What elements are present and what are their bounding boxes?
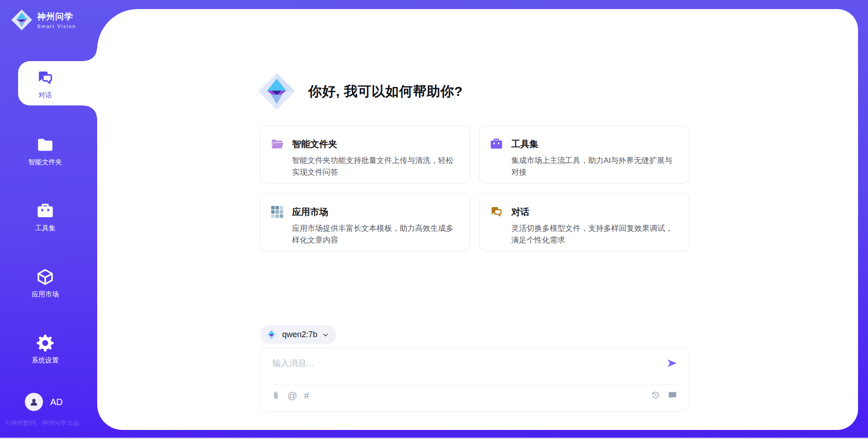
card-description: 应用市场提供丰富长文本模板，助力高效生成多样化文章内容 [292,223,458,246]
mention-icon[interactable]: @ [288,391,297,400]
sidebar-item-label: 工具集 [35,224,56,233]
briefcase-icon [36,202,54,220]
model-name: qwen2:7b [282,330,317,339]
model-selector[interactable]: qwen2:7b [260,325,336,344]
brand-subtitle: Smart Vision [37,24,76,29]
send-icon[interactable] [666,357,678,369]
copyright-footer: ©神州数码 · 神州问学出品 [6,419,80,427]
sidebar-item-settings[interactable]: 系统设置 [11,328,79,371]
sidebar-item-toolset[interactable]: 工具集 [11,196,79,239]
attachment-icon[interactable] [271,391,281,400]
composer: @ # [260,348,689,412]
card-title: 工具集 [511,138,538,150]
user-account[interactable]: AD [25,393,63,411]
sidebar-item-label: 应用市场 [32,290,59,299]
greeting: 你好, 我可以如何帮助你? [258,72,463,110]
hashtag-icon[interactable]: # [304,391,309,400]
sidebar-item-smart-folder[interactable]: 智能文件夹 [11,129,79,173]
card-title: 智能文件夹 [292,138,337,150]
cube-icon [36,268,54,286]
card-chat[interactable]: 对话 灵活切换多模型文件，支持多样回复效果调试，满足个性化需求 [479,193,689,251]
briefcase-icon [490,137,503,151]
brand-logo-icon [11,9,33,31]
card-app-market[interactable]: 应用市场 应用市场提供丰富长文本模板，助力高效生成多样化文章内容 [260,193,470,251]
chevron-down-icon [322,331,329,339]
person-icon [28,396,39,407]
brand-name: 神州问学 [37,11,76,23]
card-description: 集成市场上主流工具，助力AI与外界无缝扩展与对接 [511,155,677,178]
brand: 神州问学 Smart Vision [11,9,76,31]
chat-icon [490,205,503,219]
card-description: 灵活切换多模型文件，支持多样回复效果调试，满足个性化需求 [511,223,677,246]
sidebar-item-chat[interactable]: 对话 [11,62,79,106]
sidebar-item-label: 对话 [38,91,52,100]
history-icon[interactable] [651,391,660,400]
message-input[interactable] [272,354,652,372]
card-title: 对话 [511,206,529,218]
sidebar-item-label: 系统设置 [32,356,59,365]
feedback-bubble-icon[interactable] [668,391,677,400]
grid-icon [270,205,284,219]
card-toolset[interactable]: 工具集 集成市场上主流工具，助力AI与外界无缝扩展与对接 [479,125,689,183]
composer-divider [272,384,677,385]
folder-icon [36,136,54,154]
chat-icon [36,69,54,87]
model-logo-icon [265,329,278,341]
avatar [25,393,43,411]
card-description: 智能文件夹功能支持批量文件上传与清洗，轻松实现文件问答 [292,155,458,178]
card-title: 应用市场 [292,206,328,218]
sidebar-item-app-market[interactable]: 应用市场 [11,262,79,305]
gear-icon [36,334,54,352]
user-name: AD [50,397,63,407]
assistant-logo-icon [258,72,296,110]
tab-fillet-bottom [85,105,97,118]
tab-fillet-top [85,48,97,61]
card-smart-folder[interactable]: 智能文件夹 智能文件夹功能支持批量文件上传与清洗，轻松实现文件问答 [260,125,470,183]
sidebar-item-label: 智能文件夹 [28,158,62,167]
greeting-text: 你好, 我可以如何帮助你? [308,82,463,101]
open-folder-icon [270,137,284,151]
